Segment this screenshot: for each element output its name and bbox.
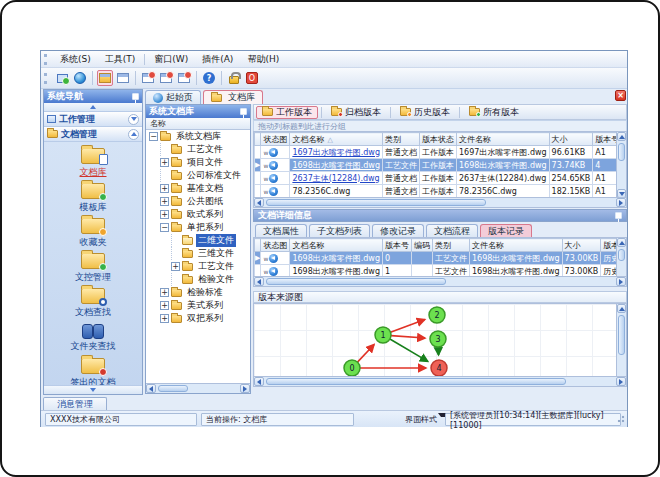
tree-node-三维文件[interactable]: 三维文件: [146, 247, 250, 260]
tree-node-工艺文件[interactable]: 工艺文件: [146, 143, 250, 156]
menu-item-4[interactable]: 帮助(H): [240, 52, 286, 67]
window-icon[interactable]: [115, 70, 131, 86]
column-header-大小[interactable]: 大小: [549, 133, 593, 146]
pin-icon[interactable]: [615, 212, 622, 219]
sidebar-item-文档库[interactable]: 文档库: [44, 144, 142, 179]
lock-icon[interactable]: [226, 70, 242, 86]
menu-item-1[interactable]: 工具(T): [98, 52, 143, 67]
scroll-left-icon[interactable]: [146, 384, 156, 393]
pin-icon[interactable]: [132, 93, 139, 100]
doc-table-vscrollbar[interactable]: [616, 132, 626, 198]
window-badge-icon[interactable]: [176, 70, 192, 86]
scroll-left-icon[interactable]: [254, 277, 264, 286]
column-header-文件名称[interactable]: 文件名称: [470, 239, 563, 252]
tree-expand-icon[interactable]: +: [160, 210, 169, 219]
scroll-right-icon[interactable]: [616, 198, 626, 207]
tree-hscrollbar[interactable]: [146, 383, 250, 393]
scroll-right-icon[interactable]: [616, 277, 626, 286]
column-header-版本号[interactable]: 版本号: [383, 239, 412, 252]
tree-node-基准文档[interactable]: +基准文档: [146, 182, 250, 195]
version-button-归档版本[interactable]: 归档版本: [325, 106, 387, 119]
ver-table-hscrollbar[interactable]: [254, 276, 626, 286]
scroll-left-icon[interactable]: [254, 198, 264, 207]
tree-node-检验文件[interactable]: 检验文件: [146, 273, 250, 286]
table-row[interactable]: w2637主体(12284).dwg普通文档工作版本2637主体(12284).…: [255, 172, 628, 185]
detail-tab-文档流程[interactable]: 文档流程: [426, 224, 478, 237]
tree-column-header[interactable]: 名称: [146, 118, 250, 130]
column-header-文档名称[interactable]: 文档名称: [290, 239, 383, 252]
tree-node-公司标准文件[interactable]: 公司标准文件: [146, 169, 250, 182]
menu-item-2[interactable]: 窗口(W): [147, 52, 195, 67]
version-button-历史版本[interactable]: 历史版本: [394, 106, 456, 119]
exit-icon[interactable]: O: [244, 70, 260, 86]
scroll-right-icon[interactable]: [616, 377, 626, 386]
graph-hscrollbar[interactable]: [254, 376, 626, 386]
style-grid-icon[interactable]: [389, 413, 399, 426]
collapse-button[interactable]: [128, 129, 139, 140]
table-row[interactable]: w1697出水嘴零件图.dwg普通文档工作版本1697出水嘴零件图.dwg96.…: [255, 146, 628, 159]
graph-vscrollbar[interactable]: [616, 304, 626, 386]
doc-table-hscrollbar[interactable]: [254, 197, 626, 207]
tree-expand-icon[interactable]: +: [160, 184, 169, 193]
scroll-up-icon[interactable]: [617, 238, 626, 247]
column-header-类别[interactable]: 类别: [383, 133, 420, 146]
scrollbar-thumb[interactable]: [618, 249, 625, 261]
sidebar-item-签出的文档[interactable]: 签出的文档: [44, 354, 142, 389]
scroll-up-icon[interactable]: [617, 132, 626, 141]
window-badge-icon[interactable]: [158, 70, 174, 86]
column-header-状态图[interactable]: 状态图: [261, 133, 290, 146]
column-header-版本状态[interactable]: 版本状态: [420, 133, 457, 146]
detail-tab-修改记录[interactable]: 修改记录: [372, 224, 424, 237]
sidebar-item-模板库[interactable]: 模板库: [44, 179, 142, 214]
tree-node-公共图纸[interactable]: +公共图纸: [146, 195, 250, 208]
tree-expand-icon[interactable]: −: [160, 223, 169, 232]
version-button-所有版本[interactable]: 所有版本: [463, 106, 525, 119]
column-header-大小[interactable]: 大小: [562, 239, 601, 252]
tree-node-项目文件[interactable]: +项目文件: [146, 156, 250, 169]
interface-style-label[interactable]: 界面样式: [401, 413, 441, 426]
resize-grip-icon[interactable]: [615, 413, 625, 426]
scroll-left-icon[interactable]: [254, 377, 264, 386]
sidebar-panel-doc[interactable]: 文档管理: [44, 127, 142, 142]
help-icon[interactable]: ?: [201, 70, 217, 86]
detail-tab-子文档列表[interactable]: 子文档列表: [309, 224, 370, 237]
scroll-up-icon[interactable]: [617, 304, 626, 313]
tree-node-二维文件[interactable]: 二维文件: [146, 234, 250, 247]
tree-expand-icon[interactable]: +: [160, 197, 169, 206]
sidebar-item-收藏夹[interactable]: 收藏夹: [44, 214, 142, 249]
version-button-工作版本[interactable]: 工作版本: [256, 106, 318, 119]
tab-起始页[interactable]: 起始页: [145, 90, 201, 104]
tree-expand-icon[interactable]: +: [160, 288, 169, 297]
scroll-right-icon[interactable]: [240, 384, 250, 393]
close-icon[interactable]: ×: [615, 90, 626, 101]
tree-node-检验标准[interactable]: +检验标准: [146, 286, 250, 299]
column-header-文件名称[interactable]: 文件名称: [457, 133, 550, 146]
tree-expand-icon[interactable]: +: [171, 262, 180, 271]
globe-icon[interactable]: [72, 70, 88, 86]
sidebar-item-文件夹查找[interactable]: 文件夹查找: [44, 319, 142, 354]
scrollbar-thumb[interactable]: [158, 385, 188, 392]
scrollbar-thumb[interactable]: [266, 278, 446, 285]
tree-node-欧式系列[interactable]: +欧式系列: [146, 208, 250, 221]
table-row[interactable]: ▶w1698出水嘴零件图.dwg工艺文件工作版本1698出水嘴零件图.dwg73…: [255, 159, 628, 172]
tab-文档库[interactable]: 文档库: [203, 90, 263, 104]
scrollbar-thumb[interactable]: [618, 315, 625, 355]
scrollbar-thumb[interactable]: [618, 143, 625, 161]
pin-icon[interactable]: [240, 108, 247, 115]
column-header-类别[interactable]: 类别: [433, 239, 470, 252]
tree-node-美式系列[interactable]: +美式系列: [146, 299, 250, 312]
detail-tab-版本记录[interactable]: 版本记录: [480, 224, 532, 237]
menu-item-3[interactable]: 插件(A): [195, 52, 240, 67]
tree-node-双把系列[interactable]: +双把系列: [146, 312, 250, 325]
sidebar-panel-work[interactable]: 工作管理: [44, 112, 142, 127]
column-header-编码[interactable]: 编码: [412, 239, 433, 252]
monitor-icon[interactable]: [54, 70, 70, 86]
tree-node-单把系列[interactable]: −单把系列: [146, 221, 250, 234]
window-badge-icon[interactable]: [140, 70, 156, 86]
tree-expand-icon[interactable]: +: [160, 314, 169, 323]
sidebar-item-文档查找[interactable]: 文档查找: [44, 284, 142, 319]
tree-node-系统文档库[interactable]: −系统文档库: [146, 130, 250, 143]
drag-handle-icon[interactable]: [44, 73, 49, 84]
tree-node-工艺文件[interactable]: +工艺文件: [146, 260, 250, 273]
tree-expand-icon[interactable]: −: [149, 132, 158, 141]
